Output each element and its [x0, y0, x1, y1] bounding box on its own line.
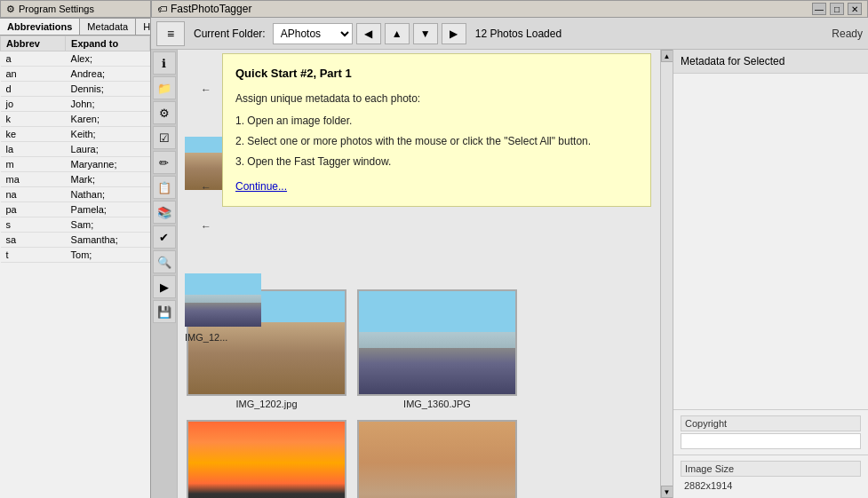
maximize-button[interactable]: □: [830, 3, 844, 15]
edit-button[interactable]: ✏: [153, 151, 176, 174]
photos-loaded: 12 Photos Loaded: [475, 28, 561, 40]
abbrev-row: saSamantha;: [1, 233, 150, 248]
expand-cell: Nathan;: [66, 187, 150, 202]
metadata-body: [673, 74, 868, 409]
nav-back-button[interactable]: ◀: [356, 23, 381, 44]
expand-cell: Tom;: [66, 248, 150, 263]
save-button[interactable]: 💾: [153, 300, 176, 323]
program-settings-icon: ⚙: [6, 4, 15, 15]
metadata-imagesize-field: Image Size 2882x1914: [673, 455, 868, 498]
expand-cell: Mark;: [66, 172, 150, 187]
abbrev-cell: m: [1, 157, 66, 172]
photo-thumb-1374[interactable]: [187, 420, 346, 498]
content-area: ℹ 📁 ⚙ ☑ ✏ 📋 📚 ✔ 🔍 ▶ 💾 ← ← ← Quick Start …: [151, 50, 868, 498]
abbrev-row: keKeith;: [1, 127, 150, 142]
expand-cell: John;: [66, 97, 150, 112]
menu-icon: ≡: [167, 27, 174, 41]
left-tabs: Abbreviations Metadata H: [0, 19, 150, 36]
abbrev-row: sSam;: [1, 217, 150, 233]
books-button[interactable]: 📚: [153, 201, 176, 224]
close-button[interactable]: ✕: [848, 3, 862, 15]
abbrev-row: tTom;: [1, 248, 150, 263]
abbrev-cell: s: [1, 217, 66, 233]
folder-dropdown[interactable]: APhotos: [273, 23, 353, 44]
select-all-button[interactable]: ☑: [153, 126, 176, 149]
abbrev-cell: pa: [1, 202, 66, 217]
abbrev-cell: a: [1, 51, 66, 67]
expand-cell: Andrea;: [66, 67, 150, 82]
photo-item[interactable]: IMG_1374.JPG: [187, 420, 346, 498]
abbrev-row: maMark;: [1, 172, 150, 187]
quickstart-text1: Assign unique metadata to each photo: 1.…: [235, 91, 638, 195]
tab-abbreviations[interactable]: Abbreviations: [0, 19, 80, 35]
arrow-indicator-3: ←: [201, 220, 211, 233]
img-label-tooltip: IMG_12...: [185, 332, 227, 343]
main-title-icon: 🏷: [157, 4, 167, 14]
copyright-input[interactable]: [681, 433, 861, 449]
abbrev-row: anAndrea;: [1, 67, 150, 82]
metadata-panel: Metadata for Selected Copyright Image Si…: [673, 50, 868, 498]
play-button[interactable]: ▶: [153, 275, 176, 298]
quickstart-continue[interactable]: Continue...: [235, 178, 638, 195]
main-area: ≡ Current Folder: APhotos ◀ ▲ ▼ ▶ 12 Pho…: [151, 18, 868, 498]
menu-button[interactable]: ≡: [156, 21, 185, 46]
program-settings-title: Program Settings: [19, 4, 94, 14]
metadata-panel-title: Metadata for Selected: [673, 50, 868, 74]
scroll-down-button[interactable]: ▼: [661, 486, 673, 498]
check-button[interactable]: ✔: [153, 225, 176, 249]
icon-toolbar: ℹ 📁 ⚙ ☑ ✏ 📋 📚 ✔ 🔍 ▶ 💾: [151, 50, 178, 498]
expand-cell: Laura;: [66, 142, 150, 157]
minimize-button[interactable]: —: [812, 3, 826, 15]
photo-label-1360: IMG_1360.JPG: [403, 399, 471, 409]
grid-with-scroll: Quick Start #2, Part 1 Assign unique met…: [178, 50, 673, 498]
expand-cell: Karen;: [66, 112, 150, 127]
folder-label: Current Folder:: [194, 28, 266, 40]
ready-status: Ready: [832, 28, 863, 40]
expand-cell: Keith;: [66, 127, 150, 142]
imagesize-value: 2882x1914: [681, 478, 861, 493]
expand-cell: Alex;: [66, 51, 150, 67]
photo-grid-area: Quick Start #2, Part 1 Assign unique met…: [178, 50, 660, 498]
abbrev-cell: na: [1, 187, 66, 202]
abbrev-row: naNathan;: [1, 187, 150, 202]
main-toolbar: ≡ Current Folder: APhotos ◀ ▲ ▼ ▶ 12 Pho…: [151, 18, 868, 50]
photo-item[interactable]: IMG_1384.JPG: [357, 420, 517, 498]
expand-cell: Sam;: [66, 217, 150, 233]
abbrev-cell: an: [1, 67, 66, 82]
photo-thumb-1360[interactable]: [357, 289, 517, 396]
quickstart-title: Quick Start #2, Part 1: [235, 65, 638, 83]
tab-metadata[interactable]: Metadata: [80, 19, 136, 35]
scroll-track[interactable]: [661, 62, 673, 486]
clipboard-button[interactable]: 📋: [153, 176, 176, 199]
nav-up-button[interactable]: ▲: [385, 23, 410, 44]
expand-cell: Pamela;: [66, 202, 150, 217]
photo-label-1202: IMG_1202.jpg: [235, 399, 297, 409]
left-panel: Abbreviations Metadata H Abbrev Expand t…: [0, 18, 151, 498]
program-settings-titlebar: ⚙ Program Settings: [0, 0, 151, 18]
abbrev-cell: ma: [1, 172, 66, 187]
photo-thumb-1384[interactable]: [357, 420, 517, 498]
info-button[interactable]: ℹ: [153, 51, 176, 75]
abbrev-cell: d: [1, 82, 66, 97]
main-titlebar: 🏷 FastPhotoTagger — □ ✕: [151, 0, 868, 18]
arrow-indicator-2: ←: [201, 181, 211, 194]
tooltip-thumbnail-2: [185, 273, 261, 327]
abbrev-cell: k: [1, 112, 66, 127]
expand-cell: Dennis;: [66, 82, 150, 97]
scroll-up-button[interactable]: ▲: [661, 50, 673, 62]
nav-forward-button[interactable]: ▶: [442, 23, 466, 44]
abbrev-row: joJohn;: [1, 97, 150, 112]
abbrev-cell: la: [1, 142, 66, 157]
window-controls: — □ ✕: [812, 3, 862, 15]
folder-button[interactable]: 📁: [153, 76, 176, 99]
search-button[interactable]: 🔍: [153, 250, 176, 273]
abbrev-row: kKaren;: [1, 112, 150, 127]
arrow-indicator-1: ←: [201, 83, 211, 96]
abbrev-row: dDennis;: [1, 82, 150, 97]
quickstart-tooltip: Quick Start #2, Part 1 Assign unique met…: [222, 53, 651, 207]
settings-button[interactable]: ⚙: [153, 101, 176, 124]
nav-down-button[interactable]: ▼: [413, 23, 438, 44]
abbrev-row: paPamela;: [1, 202, 150, 217]
photo-item[interactable]: IMG_1360.JPG: [357, 289, 517, 409]
grid-scrollbar[interactable]: ▲ ▼: [660, 50, 673, 498]
